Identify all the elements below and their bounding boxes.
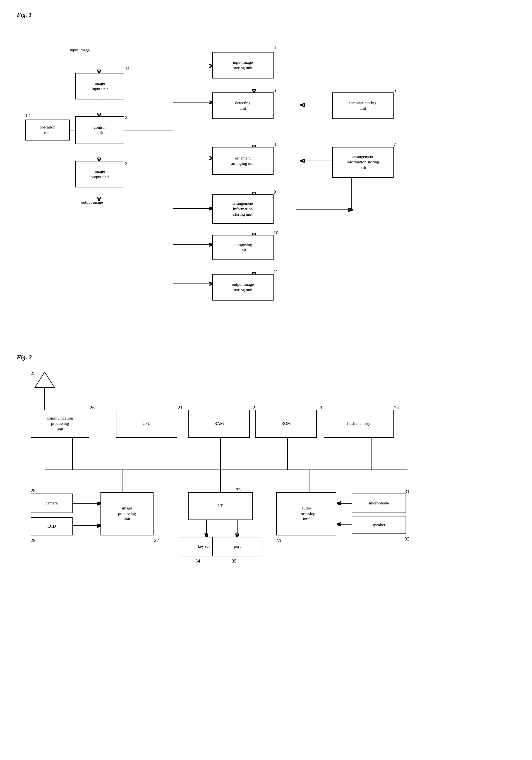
template-storing-unit: template storingunit: [332, 92, 394, 119]
image-processing-unit-label: imageprocessingunit: [118, 505, 136, 522]
composing-unit: composingunit: [212, 235, 274, 260]
svg-marker-38: [35, 372, 55, 387]
ref-num-30: 30: [276, 538, 281, 544]
detecting-unit-label: detectingunit: [235, 100, 251, 111]
input-image-storing-unit: input imagestoring unit: [212, 52, 274, 78]
image-input-unit: imageinput unit: [75, 73, 124, 99]
image-input-unit-label: imageinput unit: [92, 81, 108, 92]
ref-num-35: 35: [232, 558, 237, 564]
flash-memory-label: flash memory: [347, 421, 371, 426]
ref-num-22: 22: [250, 405, 255, 410]
ref-num-25: 25: [31, 371, 35, 376]
control-unit-label: controlunit: [94, 125, 106, 136]
image-output-unit: imageoutput unit: [75, 161, 124, 187]
ref-num-4: 4: [274, 45, 276, 51]
ref-num-33: 33: [236, 487, 241, 493]
ref-num-10: 10: [274, 230, 278, 236]
rom-box: ROM: [255, 410, 317, 438]
ref-num-28: 28: [31, 488, 35, 494]
image-processing-unit-box: imageprocessingunit: [101, 492, 154, 536]
composing-unit-label: composingunit: [234, 242, 252, 253]
if-label: I/F: [218, 503, 223, 509]
audio-processing-unit-label: audioprocessingunit: [297, 505, 315, 522]
speaker-box: speaker: [352, 516, 406, 534]
operation-unit-label: operationunit: [40, 124, 56, 135]
ref-num-29: 29: [31, 538, 35, 543]
port-label: port: [234, 544, 241, 549]
ornament-arranging-unit-label: ornamentarranging unit: [231, 156, 255, 166]
ram-box: RAM: [188, 410, 250, 438]
input-image-storing-unit-label: input imagestoring unit: [233, 60, 253, 71]
ref-num-34: 34: [196, 558, 200, 564]
ref-num-27: 27: [154, 538, 159, 543]
audio-processing-unit-box: audioprocessingunit: [276, 492, 336, 536]
rom-label: ROM: [281, 421, 291, 426]
figure-2: Fig. 2: [17, 354, 515, 562]
arrangement-info-storing-unit-right: arrangementinformation storingunit: [332, 147, 394, 178]
key-set-label: key set: [198, 544, 210, 549]
ref-num-9: 9: [274, 189, 276, 195]
arrangement-info-storing-unit-middle-label: arrangementinformationstoring unit: [233, 201, 253, 217]
ref-num-5: 5: [394, 88, 396, 93]
ref-num-32: 32: [405, 536, 410, 542]
ref-num-12: 12: [25, 113, 30, 119]
ornament-arranging-unit: ornamentarranging unit: [212, 147, 274, 175]
speaker-label: speaker: [373, 522, 385, 528]
ref-num-3: 3: [125, 161, 128, 166]
camera-label: camera: [46, 500, 58, 506]
arrangement-info-storing-unit-right-label: arrangementinformation storingunit: [347, 154, 379, 171]
ref-num-11: 11: [274, 269, 278, 274]
cpu-label: CPU: [142, 421, 151, 426]
ref-num-23: 23: [317, 405, 322, 410]
operation-unit: operationunit: [25, 119, 70, 140]
output-image-label: output image: [81, 200, 103, 205]
camera-box: camera: [31, 494, 72, 513]
microphone-box: microphone: [352, 494, 406, 513]
microphone-label: microphone: [369, 500, 389, 506]
ref-num-6: 6: [274, 88, 276, 93]
ref-num-7: 7: [394, 142, 396, 148]
fig1-label: Fig. 1: [17, 11, 515, 19]
ref-num-21: 21: [178, 405, 183, 410]
output-image-storing-unit-label: output imagestoring unit: [232, 282, 254, 293]
ref-num-31: 31: [405, 489, 410, 495]
port-box: port: [212, 537, 262, 556]
output-image-storing-unit: output imagestoring unit: [212, 274, 274, 301]
ram-label: RAM: [214, 421, 224, 426]
image-output-unit-label: imageoutput unit: [91, 169, 109, 180]
figure-1: Fig. 1: [17, 11, 515, 331]
input-image-label: input image: [70, 48, 90, 53]
cpu-box: CPU: [116, 410, 177, 438]
flash-memory-box: flash memory: [324, 410, 394, 438]
ref-num-24: 24: [394, 405, 399, 410]
if-box: I/F: [188, 492, 253, 520]
lcd-label: LCD: [47, 524, 56, 529]
control-unit: controlunit: [75, 116, 124, 144]
ref-num-8: 8: [274, 142, 276, 148]
lcd-box: LCD: [31, 517, 72, 536]
ref-num-2: 2: [125, 115, 128, 120]
detecting-unit: detectingunit: [212, 92, 274, 119]
arrangement-info-storing-unit-middle: arrangementinformationstoring unit: [212, 194, 274, 224]
communication-processing-unit-label: communicationprocessingunit: [47, 416, 73, 432]
fig2-label: Fig. 2: [17, 354, 515, 361]
template-storing-unit-label: template storingunit: [349, 100, 376, 111]
communication-processing-unit: communicationprocessingunit: [31, 410, 89, 438]
ref-num-1: 1: [125, 66, 128, 71]
ref-num-26: 26: [90, 405, 95, 410]
